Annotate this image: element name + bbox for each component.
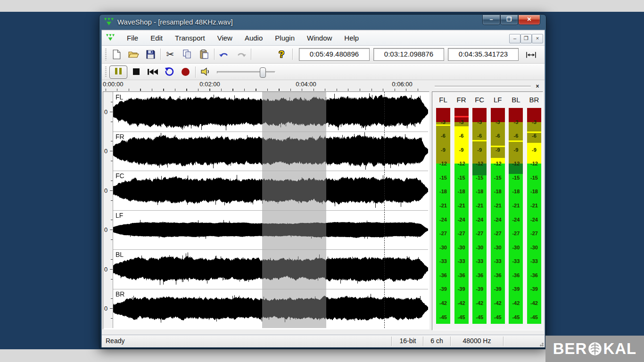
gutter-tick xyxy=(111,298,113,299)
meter-scale-label: -30 xyxy=(454,245,469,250)
meter-scale-label: -30 xyxy=(527,245,541,250)
resize-grip[interactable] xyxy=(538,341,544,346)
meter-scale-label: -24 xyxy=(436,217,450,222)
scissors-icon: ✂ xyxy=(166,49,174,60)
meter-scale-label: -9 xyxy=(454,147,469,153)
loop-arrow-icon xyxy=(165,67,174,76)
rewind-button[interactable] xyxy=(145,66,159,78)
meter-scale-label: -33 xyxy=(436,258,450,264)
meter-scale-label: -39 xyxy=(436,286,450,292)
meter-scale-label: -39 xyxy=(491,286,505,292)
volume-slider-thumb[interactable] xyxy=(260,67,266,78)
meter-scale-label: -21 xyxy=(491,203,505,208)
panel-grip[interactable] xyxy=(435,86,531,88)
watermark: BER KAL xyxy=(545,336,644,362)
meter-bar-bl: -3-6-9-12-15-18-21-24-27-30-33-36-39-42-… xyxy=(509,108,523,324)
meter-segment-yellow-bright xyxy=(454,126,469,164)
gutter-tick xyxy=(110,112,113,112)
playback-cursor[interactable] xyxy=(384,92,385,328)
title-bar[interactable]: WaveShop - [resampled 48KHz.wav] – ❐ ✕ xyxy=(99,15,546,30)
menu-item-file[interactable]: File xyxy=(121,31,144,45)
meter-scale-label: -45 xyxy=(509,314,523,320)
app-logo-icon xyxy=(104,18,114,27)
range-arrows-icon xyxy=(526,51,537,58)
zero-amplitude-label: 0 xyxy=(104,187,107,194)
meter-scale-label: -42 xyxy=(491,300,505,306)
meter-segment-green-bright xyxy=(454,164,469,324)
undo-arrow-icon xyxy=(219,51,229,58)
time-field-selection-start[interactable]: 0:03:12.098876 xyxy=(373,48,444,61)
meter-scale-label: -45 xyxy=(527,314,541,320)
menu-item-list: FileEditTransportViewAudioPluginWindowHe… xyxy=(121,31,365,45)
help-button[interactable]: ? xyxy=(275,48,288,60)
paste-button[interactable] xyxy=(198,48,210,60)
toolbar-separator xyxy=(214,49,215,60)
meter-scale-label: -24 xyxy=(491,217,505,222)
ruler-label: 0:02:00 xyxy=(199,81,220,88)
panel-close-icon[interactable]: × xyxy=(534,82,541,90)
redo-arrow-icon xyxy=(236,51,246,58)
toolbar-grip[interactable] xyxy=(105,66,107,77)
volume-slider[interactable] xyxy=(217,71,275,74)
volume-button[interactable] xyxy=(199,66,213,78)
waveform-canvas[interactable] xyxy=(113,92,428,328)
minimize-button[interactable]: – xyxy=(482,15,500,25)
meter-scale-label: -36 xyxy=(527,272,541,278)
channel-label-lf: LF xyxy=(116,212,123,219)
time-field-selection-end[interactable]: 0:04:35.341723 xyxy=(448,48,519,61)
zero-amplitude-label: 0 xyxy=(104,226,107,233)
meter-scale-label: -6 xyxy=(491,133,505,139)
mdi-minimize-button[interactable]: – xyxy=(509,34,520,43)
time-field-position[interactable]: 0:05:49.480896 xyxy=(299,48,370,61)
status-pane-bit-depth: 16-bit xyxy=(392,337,423,345)
meter-scale-label: -24 xyxy=(527,217,541,222)
menu-item-plugin[interactable]: Plugin xyxy=(269,31,301,45)
meter-segment-green-bright xyxy=(436,164,450,324)
close-button[interactable]: ✕ xyxy=(518,15,540,25)
meter-scale-label: -6 xyxy=(472,133,487,139)
menu-bar: FileEditTransportViewAudioPluginWindowHe… xyxy=(102,31,545,46)
mdi-restore-button[interactable]: ❐ xyxy=(520,34,532,43)
new-file-button[interactable] xyxy=(110,48,123,60)
meter-scale-label: -24 xyxy=(472,217,487,222)
meter-bar-br: -3-6-9-12-15-18-21-24-27-30-33-36-39-42-… xyxy=(527,108,541,324)
menu-item-view[interactable]: View xyxy=(211,31,239,45)
menu-item-edit[interactable]: Edit xyxy=(144,31,169,45)
ruler-ticks xyxy=(106,89,428,91)
menu-item-help[interactable]: Help xyxy=(338,31,365,45)
meter-scale-label: -24 xyxy=(509,217,523,222)
gutter-tick xyxy=(110,190,113,191)
meter-scale-label: -15 xyxy=(454,175,469,181)
save-button[interactable] xyxy=(144,48,157,60)
meter-scale-label: -21 xyxy=(472,203,487,208)
maximize-button[interactable]: ❐ xyxy=(500,15,518,25)
time-ruler[interactable]: 0:00:000:02:000:04:000:06:00 xyxy=(103,80,429,91)
stop-button[interactable] xyxy=(129,66,143,78)
open-file-button[interactable] xyxy=(127,48,140,60)
redo-button[interactable] xyxy=(235,48,247,60)
meter-scale-label: -6 xyxy=(509,133,523,139)
channel-label-br: BR xyxy=(116,290,124,298)
meter-scale-label: -6 xyxy=(436,133,450,139)
cut-button[interactable]: ✂ xyxy=(164,48,176,60)
meter-scale-label: -21 xyxy=(454,203,469,208)
menu-item-audio[interactable]: Audio xyxy=(239,31,269,45)
pause-button[interactable] xyxy=(109,66,127,79)
mdi-close-button[interactable]: × xyxy=(532,34,543,43)
meter-scale-label: -9 xyxy=(491,147,505,153)
selection-range-button[interactable] xyxy=(522,49,539,61)
loop-button[interactable] xyxy=(162,66,176,78)
work-area: 0:00:000:02:000:04:000:06:00 000000 FLFR… xyxy=(102,80,545,335)
toolbar-grip[interactable] xyxy=(105,49,107,60)
gutter-tick xyxy=(110,230,113,230)
speaker-icon xyxy=(201,67,211,76)
menu-item-window[interactable]: Window xyxy=(301,31,338,45)
undo-button[interactable] xyxy=(218,48,230,60)
toolbar-separator xyxy=(292,49,293,60)
copy-button[interactable] xyxy=(181,48,193,60)
menu-item-transport[interactable]: Transport xyxy=(169,31,211,45)
window-title: WaveShop - [resampled 48KHz.wav] xyxy=(117,18,233,26)
record-button[interactable] xyxy=(178,66,192,78)
peak-hold-indicator xyxy=(454,116,469,117)
record-icon xyxy=(182,68,190,76)
